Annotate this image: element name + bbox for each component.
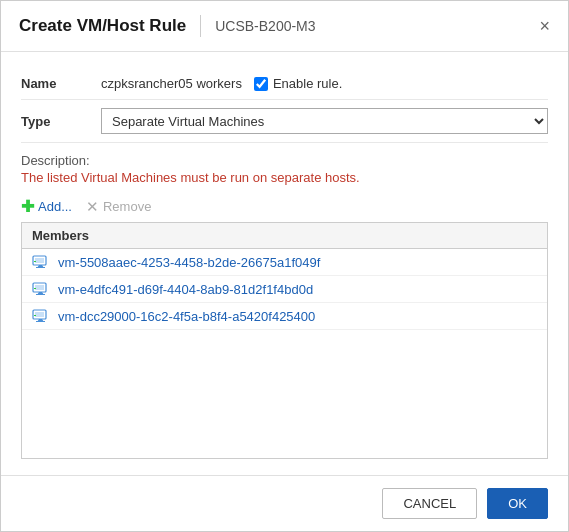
svg-rect-1 [35,258,44,263]
member-item[interactable]: vm-dcc29000-16c2-4f5a-b8f4-a5420f425400 [22,303,547,330]
header-separator [200,15,201,37]
vm-icon [32,281,50,297]
add-button[interactable]: ✚ Add... [21,197,72,216]
members-list: vm-5508aaec-4253-4458-b2de-26675a1f049f … [22,249,547,458]
dialog-header: Create VM/Host Rule UCSB-B200-M3 × [1,1,568,52]
name-value: czpksrancher05 workers [101,76,242,91]
type-select[interactable]: Separate Virtual Machines Keep Virtual M… [101,108,548,134]
svg-rect-13 [36,321,45,322]
vm-icon [32,254,50,270]
name-value-container: czpksrancher05 workers Enable rule. [101,76,548,91]
svg-rect-6 [35,285,44,290]
members-table: Members vm-5508aaec-4253-4458-b2de-26675… [21,222,548,459]
type-value-container: Separate Virtual Machines Keep Virtual M… [101,108,548,134]
member-item[interactable]: vm-e4dfc491-d69f-4404-8ab9-81d2f1f4bd0d [22,276,547,303]
type-label: Type [21,114,101,129]
svg-rect-4 [34,261,36,262]
close-button[interactable]: × [539,17,550,35]
vm-icon [32,308,50,324]
dialog-subtitle: UCSB-B200-M3 [215,18,315,34]
remove-label: Remove [103,199,151,214]
enable-rule-label[interactable]: Enable rule. [254,76,342,91]
name-row: Name czpksrancher05 workers Enable rule. [21,68,548,100]
remove-icon: ✕ [86,198,99,216]
svg-rect-11 [35,312,44,317]
svg-rect-9 [34,288,36,289]
svg-rect-3 [36,267,45,268]
members-header: Members [22,223,547,249]
enable-rule-checkbox[interactable] [254,77,268,91]
toolbar: ✚ Add... ✕ Remove [21,197,548,216]
description-section: Description: The listed Virtual Machines… [21,153,548,185]
enable-rule-text: Enable rule. [273,76,342,91]
dialog-title: Create VM/Host Rule [19,16,186,36]
add-label: Add... [38,199,72,214]
type-row: Type Separate Virtual Machines Keep Virt… [21,100,548,143]
ok-button[interactable]: OK [487,488,548,519]
member-item[interactable]: vm-5508aaec-4253-4458-b2de-26675a1f049f [22,249,547,276]
cancel-button[interactable]: CANCEL [382,488,477,519]
member-name: vm-e4dfc491-d69f-4404-8ab9-81d2f1f4bd0d [58,282,313,297]
member-name: vm-dcc29000-16c2-4f5a-b8f4-a5420f425400 [58,309,315,324]
add-icon: ✚ [21,197,34,216]
create-vm-host-rule-dialog: Create VM/Host Rule UCSB-B200-M3 × Name … [0,0,569,532]
name-label: Name [21,76,101,91]
remove-button[interactable]: ✕ Remove [86,198,151,216]
description-text: The listed Virtual Machines must be run … [21,170,548,185]
svg-rect-8 [36,294,45,295]
dialog-body: Name czpksrancher05 workers Enable rule.… [1,52,568,475]
svg-rect-14 [34,315,36,316]
dialog-footer: CANCEL OK [1,475,568,531]
description-label: Description: [21,153,548,168]
member-name: vm-5508aaec-4253-4458-b2de-26675a1f049f [58,255,320,270]
